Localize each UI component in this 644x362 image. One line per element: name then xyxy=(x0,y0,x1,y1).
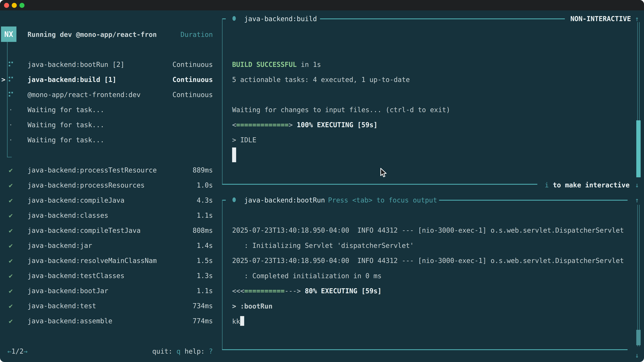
task-label: java-backend:assemble xyxy=(28,313,112,329)
task-row[interactable]: ✔ java-backend:classes 1.1s xyxy=(0,208,218,223)
task-status-icon: ✔ xyxy=(9,253,13,268)
task-row[interactable]: ✔ java-backend:resolveMainClassNam 1.5s xyxy=(0,253,218,268)
bootrun-input-line[interactable]: kk xyxy=(232,314,624,329)
scroll-up-icon[interactable]: ↑ xyxy=(635,196,639,204)
build-panel-bullet-icon xyxy=(232,16,236,21)
task-label: java-backend:test xyxy=(28,298,96,313)
bootrun-progress-line: <<<==========---> 80% EXECUTING [59s] xyxy=(232,283,624,299)
task-label: java-backend:compileTestJava xyxy=(28,223,140,238)
progress-status: 80% EXECUTING [59s] xyxy=(301,287,382,295)
terminal-window: NX Running dev @mono-app/react-fron Dura… xyxy=(0,0,644,362)
keyboard-hints: quit: q help: ? xyxy=(100,347,213,356)
build-output: BUILD SUCCESSFUL in 1s 5 actionable task… xyxy=(232,57,450,147)
build-panel-header-rule xyxy=(320,18,565,19)
running-task-list: java-backend:bootRun [2] Continuous > ja… xyxy=(0,57,218,147)
task-status-icon: ✔ xyxy=(9,208,13,223)
task-row[interactable]: ✔ java-backend:testClasses 1.3s xyxy=(0,268,218,283)
scroll-down-icon[interactable]: ↓ xyxy=(635,351,639,359)
task-duration: 734ms xyxy=(193,298,213,313)
task-row[interactable]: ✔ java-backend:compileTestJava 808ms xyxy=(0,223,218,238)
task-row[interactable]: ✔ java-backend:processTestResource 889ms xyxy=(0,163,218,178)
log-line: : Initializing Servlet 'dispatcherServle… xyxy=(232,238,624,253)
mouse-pointer-icon xyxy=(379,168,388,178)
build-successful-text: BUILD SUCCESSFUL xyxy=(232,61,297,68)
task-status-icon: ✔ xyxy=(9,268,13,283)
task-status-icon: ✔ xyxy=(9,313,13,329)
completed-task-list: ✔ java-backend:processTestResource 889ms… xyxy=(0,163,218,329)
bootrun-task-line: > :bootRun xyxy=(232,299,624,314)
task-row[interactable]: @mono-app/react-frontend:dev Continuous xyxy=(0,87,218,102)
progress-open: <<< xyxy=(232,287,244,295)
task-label: java-backend:resolveMainClassNam xyxy=(28,253,157,268)
task-label: java-backend:classes xyxy=(28,208,108,223)
progress-status: 100% EXECUTING [59s] xyxy=(293,121,378,129)
task-row[interactable]: · Waiting for task... xyxy=(0,117,218,132)
build-panel-footer-rule xyxy=(222,184,537,185)
bootrun-output: 2025-07-23T13:40:18.950-04:00 INFO 44312… xyxy=(232,223,624,329)
window-titlebar[interactable] xyxy=(0,0,644,10)
task-label: java-backend:bootJar xyxy=(28,283,108,298)
task-label: java-backend:processResources xyxy=(28,178,144,193)
progress-open: < xyxy=(232,121,236,129)
build-panel-scrollbar-thumb[interactable] xyxy=(636,120,641,177)
zoom-button[interactable] xyxy=(20,3,24,8)
help-hint-label: help: xyxy=(180,348,209,355)
task-row[interactable]: · Waiting for task... xyxy=(0,102,218,117)
log-line: : Completed initialization in 0 ms xyxy=(232,268,624,284)
interactive-hint-key[interactable]: i xyxy=(545,181,549,189)
focus-output-hint: Press <tab> to focus output xyxy=(328,196,437,204)
bootrun-panel-header-rule xyxy=(439,200,628,201)
build-result-line: BUILD SUCCESSFUL in 1s xyxy=(232,57,450,72)
selected-task-marker: > xyxy=(1,72,5,87)
build-panel-mode-badge: NON-INTERACTIVE xyxy=(570,15,631,23)
task-row[interactable]: ✔ java-backend:jar 1.4s xyxy=(0,238,218,253)
blank-line xyxy=(232,87,450,102)
progress-close: > xyxy=(289,121,293,129)
desktop: NX Running dev @mono-app/react-fron Dura… xyxy=(0,0,644,362)
bootrun-panel-bullet-icon xyxy=(232,197,236,202)
quit-key[interactable]: q xyxy=(176,348,180,355)
task-duration: 1.1s xyxy=(197,208,213,223)
task-row[interactable]: ✔ java-backend:assemble 774ms xyxy=(0,313,218,329)
task-duration: Continuous xyxy=(172,57,213,72)
task-row[interactable]: ✔ java-backend:processResources 1.0s xyxy=(0,178,218,193)
bootrun-panel-scrollbar-thumb[interactable] xyxy=(636,330,641,345)
task-row[interactable]: · Waiting for task... xyxy=(0,132,218,147)
input-cursor xyxy=(240,316,244,326)
interactive-hint: i to make interactive xyxy=(542,181,630,189)
build-panel-left-border xyxy=(222,18,222,184)
bootrun-panel-title: java-backend:bootRun xyxy=(244,196,325,204)
pager: ←1/2→ xyxy=(8,347,28,356)
task-duration: 1.5s xyxy=(197,253,213,268)
task-status-icon: · xyxy=(9,117,13,132)
task-label: java-backend:processTestResource xyxy=(28,163,157,178)
task-row[interactable]: java-backend:bootRun [2] Continuous xyxy=(0,57,218,72)
bootrun-log-lines: 2025-07-23T13:40:18.950-04:00 INFO 44312… xyxy=(232,223,624,283)
scroll-up-icon[interactable]: ↑ xyxy=(635,15,639,23)
minimize-button[interactable] xyxy=(12,3,17,8)
task-label: java-backend:jar xyxy=(28,238,92,253)
task-row[interactable]: ✔ java-backend:test 734ms xyxy=(0,298,218,313)
task-row[interactable]: > java-backend:build [1] Continuous xyxy=(0,72,218,87)
task-label: @mono-app/react-frontend:dev xyxy=(28,87,140,102)
sidebar-title: Running dev @mono-app/react-fron xyxy=(28,30,157,38)
progress-bar: ========== xyxy=(244,287,284,295)
task-row[interactable]: ✔ java-backend:bootJar 1.1s xyxy=(0,283,218,298)
scroll-down-icon[interactable]: ↓ xyxy=(635,181,639,189)
task-duration: 4.3s xyxy=(197,193,213,208)
terminal-cursor xyxy=(232,147,236,162)
build-waiting-line: Waiting for changes to input files... (c… xyxy=(232,102,450,117)
task-label: java-backend:testClasses xyxy=(28,268,124,283)
bootrun-panel-scrollbar-track[interactable] xyxy=(637,205,640,347)
task-label: java-backend:compileJava xyxy=(28,193,124,208)
task-label: java-backend:bootRun [2] xyxy=(28,57,124,72)
task-row[interactable]: ✔ java-backend:compileJava 4.3s xyxy=(0,193,218,208)
pager-prev-icon[interactable]: ← xyxy=(8,348,12,355)
pager-next-icon[interactable]: → xyxy=(24,348,28,355)
task-label: Waiting for task... xyxy=(28,132,104,147)
interactive-hint-text: to make interactive xyxy=(549,181,630,189)
task-duration: 1.4s xyxy=(197,238,213,253)
close-button[interactable] xyxy=(4,3,9,8)
help-key[interactable]: ? xyxy=(209,348,213,355)
task-duration: 1.3s xyxy=(197,268,213,283)
